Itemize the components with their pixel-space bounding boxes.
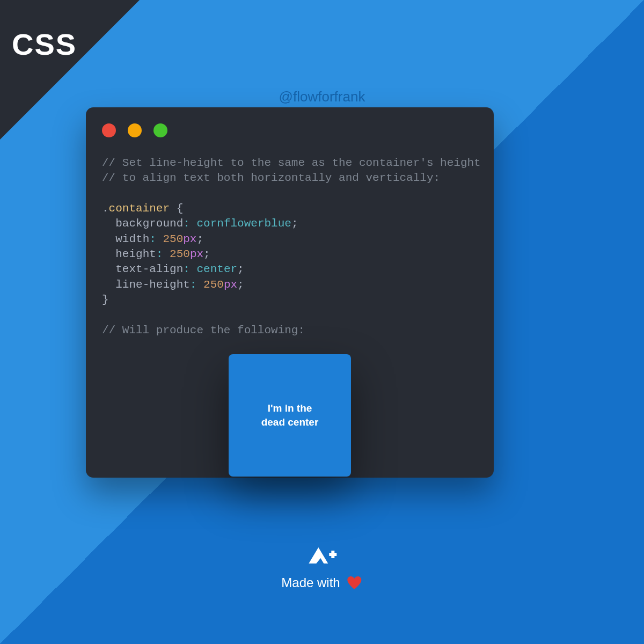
code-content: // Set line-height to the same as the co… xyxy=(102,156,478,338)
footer: Made with xyxy=(281,545,362,590)
demo-container: I'm in the dead center xyxy=(102,354,478,477)
code-value-unit: px xyxy=(224,279,237,291)
code-comment: // to align text both horizontally and v… xyxy=(102,172,440,184)
code-brace: { xyxy=(177,202,184,215)
code-value-num: 250 xyxy=(203,279,224,291)
code-editor-window: // Set line-height to the same as the co… xyxy=(86,107,494,478)
code-prop: width xyxy=(115,233,149,245)
code-colon: : xyxy=(183,217,190,230)
code-value-unit: px xyxy=(183,233,196,245)
code-semi: ; xyxy=(237,279,244,291)
footer-made-text: Made with xyxy=(281,575,340,590)
author-handle: @flowforfrank xyxy=(279,89,365,105)
demo-box: I'm in the dead center xyxy=(229,354,351,477)
footer-made-with: Made with xyxy=(281,575,362,590)
code-comment: // Will produce the following: xyxy=(102,324,305,336)
code-colon: : xyxy=(190,279,197,291)
code-colon: : xyxy=(156,248,163,260)
code-prop: height xyxy=(115,248,156,260)
code-selector-class: container xyxy=(109,202,170,215)
code-value-num: 250 xyxy=(170,248,190,260)
code-colon: : xyxy=(149,233,156,245)
code-value-num: 250 xyxy=(163,233,183,245)
maximize-dot-icon xyxy=(153,123,167,137)
minimize-dot-icon xyxy=(128,123,142,137)
code-value: cornflowerblue xyxy=(196,217,291,230)
code-selector-dot: . xyxy=(102,202,109,215)
code-comment: // Set line-height to the same as the co… xyxy=(102,157,481,169)
code-semi: ; xyxy=(196,233,203,245)
code-colon: : xyxy=(183,263,190,275)
footer-logo-icon xyxy=(306,545,338,566)
code-semi: ; xyxy=(237,263,244,275)
code-semi: ; xyxy=(203,248,210,260)
demo-text: I'm in the dead center xyxy=(261,401,319,430)
heart-icon xyxy=(347,575,363,590)
code-brace: } xyxy=(102,294,109,306)
corner-label: CSS xyxy=(12,27,77,62)
code-value: center xyxy=(196,263,237,275)
svg-rect-1 xyxy=(331,551,334,558)
window-traffic-lights xyxy=(102,123,478,137)
code-prop: text-align xyxy=(115,263,183,275)
code-semi: ; xyxy=(291,217,298,230)
close-dot-icon xyxy=(102,123,116,137)
code-value-unit: px xyxy=(190,248,203,260)
code-prop: line-height xyxy=(115,279,190,291)
code-prop: background xyxy=(115,217,183,230)
